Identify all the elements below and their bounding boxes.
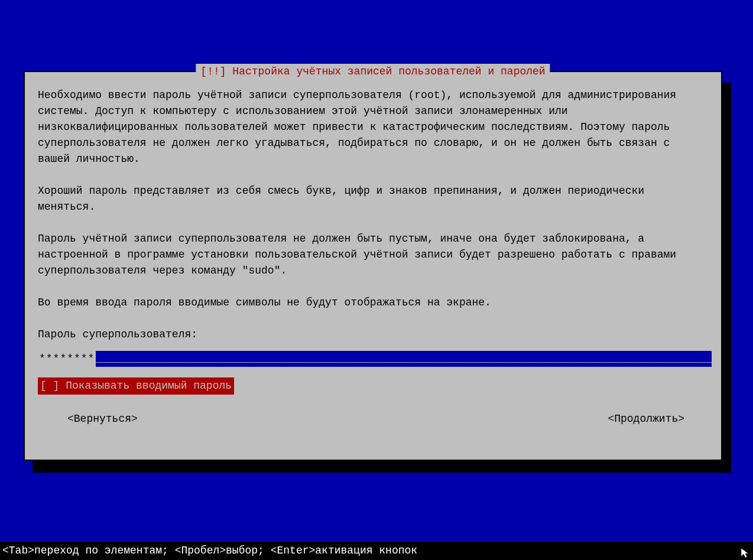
info-paragraph-2: Хороший пароль представляет из себя смес… (38, 183, 708, 215)
footer-text: <Tab>переход по элементам; <Пробел>выбор… (2, 545, 417, 556)
info-paragraph-3: Пароль учётной записи суперпользователя … (38, 231, 708, 279)
back-button[interactable]: <Вернуться> (67, 411, 138, 427)
footer-help-bar: <Tab>переход по элементам; <Пробел>выбор… (0, 542, 753, 560)
info-paragraph-1: Необходимо ввести пароль учётной записи … (38, 87, 708, 167)
continue-button[interactable]: <Продолжить> (608, 411, 684, 427)
installer-dialog: [!!] Настройка учётных записей пользоват… (24, 71, 722, 461)
info-paragraph-4: Во время ввода пароля вводимые символы н… (38, 295, 708, 311)
password-input[interactable]: ******** _______________________________… (38, 351, 712, 367)
button-row: <Вернуться> <Продолжить> (38, 411, 708, 427)
mouse-cursor-icon (740, 547, 752, 559)
password-masked-value: ******** (38, 351, 96, 367)
password-label: Пароль суперпользователя: (38, 327, 708, 343)
show-password-checkbox[interactable]: [ ] Показывать вводимый пароль (38, 377, 234, 395)
dialog-content: Необходимо ввести пароль учётной записи … (25, 72, 721, 440)
password-underline: ________________________________________… (96, 351, 712, 367)
dialog-title: [!!] Настройка учётных записей пользоват… (196, 64, 550, 80)
